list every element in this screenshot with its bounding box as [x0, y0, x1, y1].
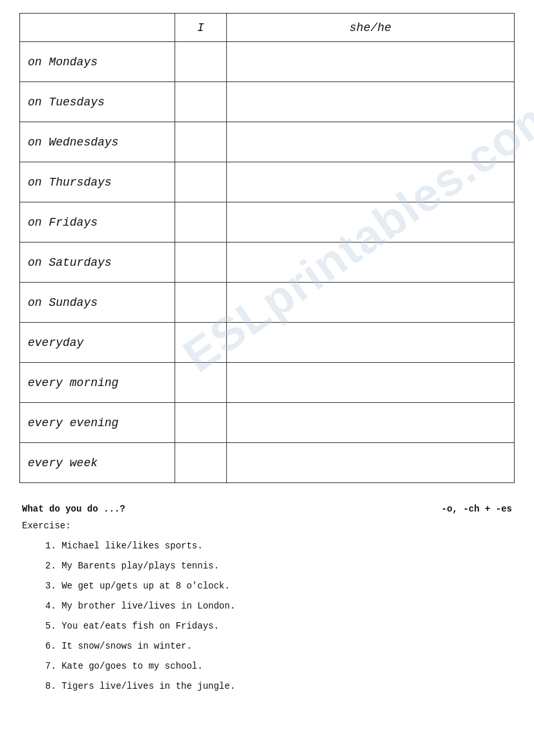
list-item: 3. We get up/gets up at 8 o'clock.: [19, 576, 515, 596]
i-cell: [175, 283, 227, 323]
day-cell: every morning: [20, 363, 175, 403]
main-table: I she/he on Mondayson Tuesdayson Wednesd…: [19, 13, 515, 483]
suffix-label: -o, -ch + -es: [442, 504, 512, 514]
what-label: What do you do ...?: [22, 504, 125, 514]
day-cell: on Mondays: [20, 42, 175, 82]
she-he-cell: [226, 323, 514, 363]
i-cell: [175, 122, 227, 162]
header-she-he: she/he: [226, 14, 514, 42]
table-row: on Tuesdays: [20, 82, 515, 122]
table-header-row: I she/he: [20, 14, 515, 42]
i-cell: [175, 42, 227, 82]
she-he-cell: [226, 162, 514, 202]
table-row: on Thursdays: [20, 162, 515, 202]
she-he-cell: [226, 283, 514, 323]
list-item: 5. You eat/eats fish on Fridays.: [19, 616, 515, 636]
header-i: I: [175, 14, 227, 42]
day-cell: every week: [20, 443, 175, 483]
i-cell: [175, 443, 227, 483]
she-he-cell: [226, 243, 514, 283]
she-he-cell: [226, 403, 514, 443]
i-cell: [175, 403, 227, 443]
table-row: everyday: [20, 323, 515, 363]
day-cell: on Wednesdays: [20, 122, 175, 162]
day-cell: everyday: [20, 323, 175, 363]
bottom-header: What do you do ...? -o, -ch + -es: [19, 504, 515, 514]
list-item: 8. Tigers live/lives in the jungle.: [19, 676, 515, 697]
she-he-cell: [226, 82, 514, 122]
i-cell: [175, 243, 227, 283]
day-cell: on Fridays: [20, 202, 175, 243]
table-row: on Sundays: [20, 283, 515, 323]
day-cell: on Saturdays: [20, 243, 175, 283]
table-row: every week: [20, 443, 515, 483]
table-row: every evening: [20, 403, 515, 443]
page-wrapper: ESLprintables.com I she/he on Mondayson …: [19, 13, 515, 702]
she-he-cell: [226, 443, 514, 483]
day-cell: every evening: [20, 403, 175, 443]
day-cell: on Tuesdays: [20, 82, 175, 122]
day-cell: on Thursdays: [20, 162, 175, 202]
table-row: on Wednesdays: [20, 122, 515, 162]
she-he-cell: [226, 202, 514, 243]
i-cell: [175, 162, 227, 202]
i-cell: [175, 323, 227, 363]
list-item: 6. It snow/snows in winter.: [19, 636, 515, 656]
list-item: 4. My brother live/lives in London.: [19, 596, 515, 616]
i-cell: [175, 202, 227, 243]
header-empty: [20, 14, 175, 42]
day-cell: on Sundays: [20, 283, 175, 323]
table-body: on Mondayson Tuesdayson Wednesdayson Thu…: [20, 42, 515, 483]
list-item: 7. Kate go/goes to my school.: [19, 656, 515, 676]
table-row: on Fridays: [20, 202, 515, 243]
table-row: on Saturdays: [20, 243, 515, 283]
table-row: on Mondays: [20, 42, 515, 82]
i-cell: [175, 82, 227, 122]
she-he-cell: [226, 42, 514, 82]
exercise-label: Exercise:: [22, 521, 515, 531]
list-item: 2. My Barents play/plays tennis.: [19, 556, 515, 576]
she-he-cell: [226, 122, 514, 162]
exercise-list: 1. Michael like/likes sports.2. My Baren…: [19, 536, 515, 697]
table-row: every morning: [20, 363, 515, 403]
i-cell: [175, 363, 227, 403]
she-he-cell: [226, 363, 514, 403]
list-item: 1. Michael like/likes sports.: [19, 536, 515, 556]
table-container: I she/he on Mondayson Tuesdayson Wednesd…: [19, 13, 515, 483]
bottom-section: What do you do ...? -o, -ch + -es Exerci…: [19, 499, 515, 702]
